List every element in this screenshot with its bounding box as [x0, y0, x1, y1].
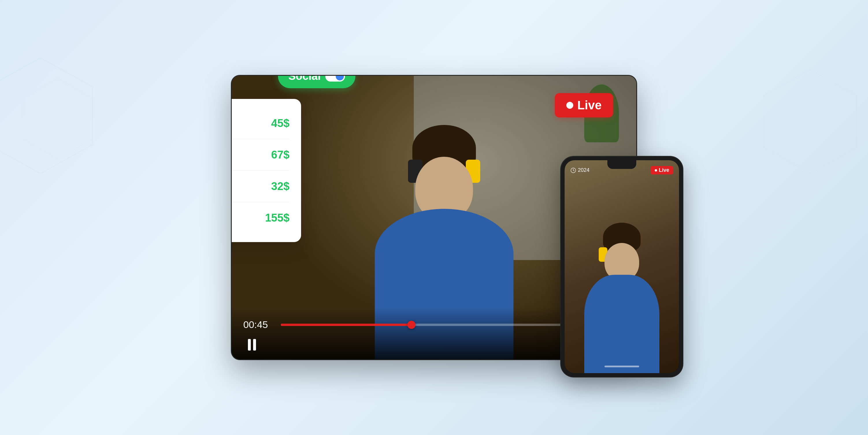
phone-notch	[608, 160, 636, 169]
phone-video-bg	[565, 160, 679, 373]
progress-fill	[281, 324, 411, 326]
phone-live-dot	[655, 169, 657, 172]
social-item-youtube[interactable]: YouTube 155$	[232, 202, 289, 233]
twitter-label: Twitter	[232, 180, 265, 193]
youtube-amount: 155$	[265, 212, 289, 224]
social-item-twitter[interactable]: Twitter 32$	[232, 171, 289, 202]
toggle-knob	[336, 76, 344, 80]
progress-handle[interactable]	[407, 321, 415, 329]
live-indicator-dot	[566, 102, 573, 109]
phone-device: 2024 Live	[561, 157, 682, 377]
facebook-amount: 45$	[271, 117, 289, 129]
phone-screen: 2024 Live	[565, 160, 679, 373]
social-item-instagram[interactable]: Instagram 67$	[232, 139, 289, 171]
video-timestamp: 00:45	[243, 319, 275, 330]
toggle-switch[interactable]	[326, 76, 345, 82]
instagram-amount: 67$	[271, 149, 289, 161]
live-badge: Live	[555, 93, 613, 117]
twitter-amount: 32$	[271, 180, 289, 193]
pause-icon	[248, 339, 256, 351]
pause-button[interactable]	[243, 336, 260, 353]
scene-wrapper: Live 00:45	[232, 76, 636, 359]
phone-live-badge: Live	[651, 166, 673, 174]
social-toggle-label: Social	[288, 76, 321, 82]
phone-year-badge: 2024	[570, 167, 589, 173]
phone-year-label: 2024	[578, 167, 589, 173]
live-label: Live	[577, 98, 601, 112]
youtube-label: YouTube	[232, 212, 258, 224]
phone-live-label: Live	[659, 167, 669, 173]
phone-home-indicator	[604, 366, 639, 367]
social-item-facebook[interactable]: Facebook 45$	[232, 108, 289, 139]
social-toggle[interactable]: Social	[278, 76, 355, 88]
social-panel: Facebook 45$ Instagram 67$ Twitter 32$	[232, 99, 301, 242]
instagram-label: Instagram	[232, 149, 265, 161]
facebook-label: Facebook	[232, 117, 265, 129]
